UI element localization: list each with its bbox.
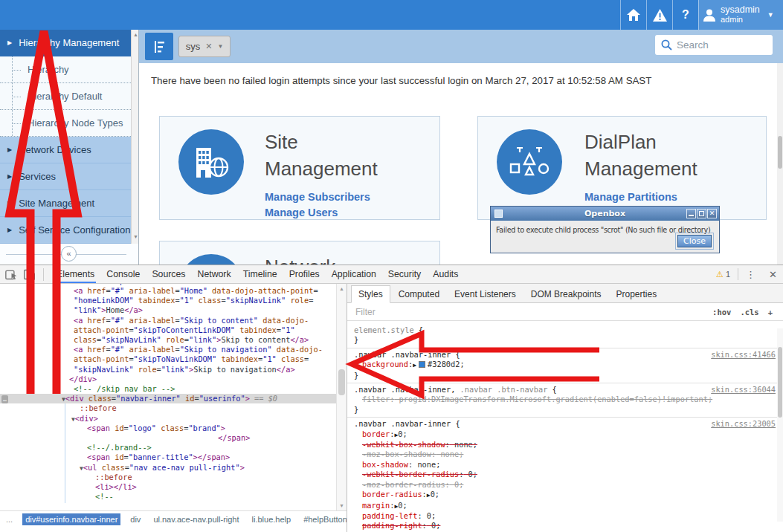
help-button[interactable]: ? [672, 0, 698, 30]
css-property-padding-right[interactable]: padding-right: 0; [347, 521, 783, 531]
stylesheet-link[interactable]: skin.css:41466 [711, 350, 776, 360]
devtools-close-icon[interactable]: ✕ [769, 269, 777, 280]
dom-node[interactable]: <!-- [0, 492, 336, 502]
tab-close-icon[interactable]: ✕ [205, 42, 212, 51]
breadcrumb-#helpButton[interactable]: #helpButton [300, 513, 350, 525]
dom-node[interactable]: </span> [0, 433, 336, 443]
dom-node[interactable]: <span id="logo" class="brand"> [0, 424, 336, 433]
dom-node[interactable]: ::before [0, 403, 336, 413]
scroll-down-icon[interactable]: ▼ [133, 234, 138, 239]
device-toolbar-icon[interactable] [23, 268, 36, 281]
home-button[interactable] [620, 0, 646, 30]
dom-node[interactable]: <!--/.brand--> [0, 443, 336, 452]
dom-node[interactable]: "link">Home</a> [0, 305, 336, 315]
scroll-up-icon[interactable]: ▲ [133, 32, 138, 37]
sidebar-item-site-management[interactable]: ▶Site Management [0, 190, 131, 217]
devtools-tab-security[interactable]: Security [382, 265, 427, 283]
sidebar-item-hierarchy-management[interactable]: ▶Hierarchy Management [0, 30, 131, 56]
scrollbar-thumb[interactable] [338, 369, 345, 395]
breadcrumb-overflow[interactable]: ... [3, 513, 16, 525]
scrollbar-thumb[interactable] [778, 136, 782, 169]
css-property-background[interactable]: background:▶#3280d2; [347, 360, 783, 370]
breadcrumb-li.blue.help[interactable]: li.blue.help [249, 513, 294, 525]
styles-tab-styles[interactable]: Styles [351, 285, 390, 303]
dom-node[interactable]: <a href="#" aria-label="Skip to content"… [0, 316, 336, 325]
css-property-border-radius[interactable]: border-radius:▶0; [347, 490, 783, 500]
search-box[interactable] [655, 35, 773, 55]
alerts-button[interactable] [646, 0, 672, 30]
dom-node[interactable]: class="skipNavLink" role="link">Skip to … [0, 335, 336, 345]
scroll-up-icon[interactable]: ▲ [339, 286, 344, 291]
hierarchy-button[interactable] [145, 33, 173, 60]
toggle-cls[interactable]: .cls [740, 308, 758, 317]
sidebar-item-hierarchy[interactable]: Hierarchy [0, 56, 131, 83]
css-property--webkit-border-radius[interactable]: -webkit-border-radius: 0; [347, 470, 783, 479]
styles-scrollbar[interactable] [777, 328, 783, 522]
dom-node[interactable]: ::before [0, 473, 336, 482]
link-manage-users[interactable]: Manage Users [265, 205, 406, 221]
devtools-tab-sources[interactable]: Sources [146, 265, 191, 283]
minimize-button[interactable] [686, 209, 696, 218]
styles-tab-dom-breakpoints[interactable]: DOM Breakpoints [524, 286, 608, 302]
toggle-hov[interactable]: :hov [712, 308, 731, 317]
elements-scrollbar[interactable]: ▲ ▼ [336, 284, 347, 510]
sidebar-item-hierarchy-node-types[interactable]: Hierarchy Node Types [0, 110, 131, 137]
sidebar-collapse-button[interactable]: « [61, 246, 77, 262]
link-manage-partitions[interactable]: Manage Partitions [584, 189, 726, 205]
devtools-tab-console[interactable]: Console [100, 265, 146, 283]
breadcrumb-div#userinfo.navbar-inner[interactable]: div#userinfo.navbar-inner [22, 513, 120, 525]
css-property-margin[interactable]: margin:▶0; [347, 501, 783, 511]
maximize-button[interactable] [697, 209, 706, 218]
styles-tab-event-listeners[interactable]: Event Listeners [448, 286, 523, 302]
css-property-border[interactable]: border:▶0; [347, 429, 783, 440]
sidebar-item-services[interactable]: ▶Services [0, 163, 131, 190]
link-manage-subscribers[interactable]: Manage Subscribers [265, 189, 406, 205]
styles-tab-properties[interactable]: Properties [609, 286, 663, 302]
devtools-tab-elements[interactable]: Elements [51, 265, 100, 283]
user-menu[interactable]: sysadmin admin ▼ [698, 0, 783, 30]
dom-node[interactable]: "homeLinkDOM" tabindex="1" class="skipNa… [0, 296, 336, 305]
dom-node[interactable]: ▼<ul class="nav ace-nav pull-right"> [0, 463, 336, 473]
dialog-titlebar[interactable]: Openbox ✕ [491, 207, 719, 221]
devtools-menu-icon[interactable]: ⋮ [746, 269, 755, 280]
dom-node[interactable]: <span id="banner-title"></span> [0, 452, 336, 462]
search-input[interactable] [677, 39, 758, 51]
dialog-close-button[interactable]: Close [677, 235, 712, 247]
dom-node[interactable]: attach-point="skipToContentLinkDOM" tabi… [0, 325, 336, 335]
content-scrollbar[interactable] [777, 63, 783, 265]
sidebar-item-hierarchy-default[interactable]: Hierarchy Default [0, 83, 131, 110]
devtools-tab-profiles[interactable]: Profiles [283, 265, 326, 283]
css-property--moz-border-radius[interactable]: -moz-border-radius: 0; [347, 480, 783, 490]
dom-node[interactable]: <li></li> [0, 482, 336, 492]
devtools-tab-audits[interactable]: Audits [427, 265, 464, 283]
scroll-down-icon[interactable]: ▼ [339, 503, 344, 508]
new-style-rule-button[interactable]: + [768, 308, 773, 317]
scrollbar-thumb[interactable] [778, 347, 782, 418]
dom-node[interactable]: "skipNavLink" role="link">Skip to naviga… [0, 365, 336, 374]
dom-node[interactable]: ▼<div> [0, 414, 336, 424]
devtools-tab-timeline[interactable]: Timeline [237, 265, 283, 283]
css-property-box-shadow[interactable]: box-shadow: none; [347, 460, 783, 470]
dom-node[interactable]: <a href="#" aria-label="Home" data-dojo-… [0, 286, 336, 296]
styles-filter-input[interactable] [355, 307, 579, 317]
dom-node[interactable]: <a href="#" aria-label="Skip to navigati… [0, 345, 336, 354]
styles-tab-computed[interactable]: Computed [392, 286, 446, 302]
sidebar-item-self-service-configuration[interactable]: ▶Self Service Configuration [0, 217, 131, 244]
dom-node-selected[interactable]: ▼<div class="navbar-inner" id="userinfo"… [0, 394, 336, 403]
breadcrumb-div[interactable]: div [127, 513, 144, 525]
devtools-tab-network[interactable]: Network [192, 265, 237, 283]
devtools-tab-application[interactable]: Application [326, 265, 382, 283]
tab-dropdown-icon[interactable]: ▼ [217, 43, 223, 50]
console-warning-indicator[interactable]: ⚠ 1 [716, 270, 730, 279]
stylesheet-link[interactable]: skin.css:36044 [711, 385, 776, 395]
dom-node[interactable]: </div> [0, 374, 336, 384]
dom-node[interactable]: attach-point="skipToNavLinkDOM" tabindex… [0, 354, 336, 364]
css-property-padding-left[interactable]: padding-left: 0; [347, 511, 783, 521]
tab-sys[interactable]: sys ✕ ▼ [178, 36, 231, 57]
inspect-element-icon[interactable] [5, 268, 18, 281]
close-window-button[interactable]: ✕ [707, 209, 717, 218]
breadcrumb-ul.nav.ace-nav.pull-right[interactable]: ul.nav.ace-nav.pull-right [150, 513, 242, 525]
sidebar-item-network-devices[interactable]: ▶Network Devices [0, 137, 131, 163]
dom-node[interactable]: <!-- /skip nav bar --> [0, 384, 336, 394]
css-property--webkit-box-shadow[interactable]: -webkit-box-shadow: none; [347, 440, 783, 450]
